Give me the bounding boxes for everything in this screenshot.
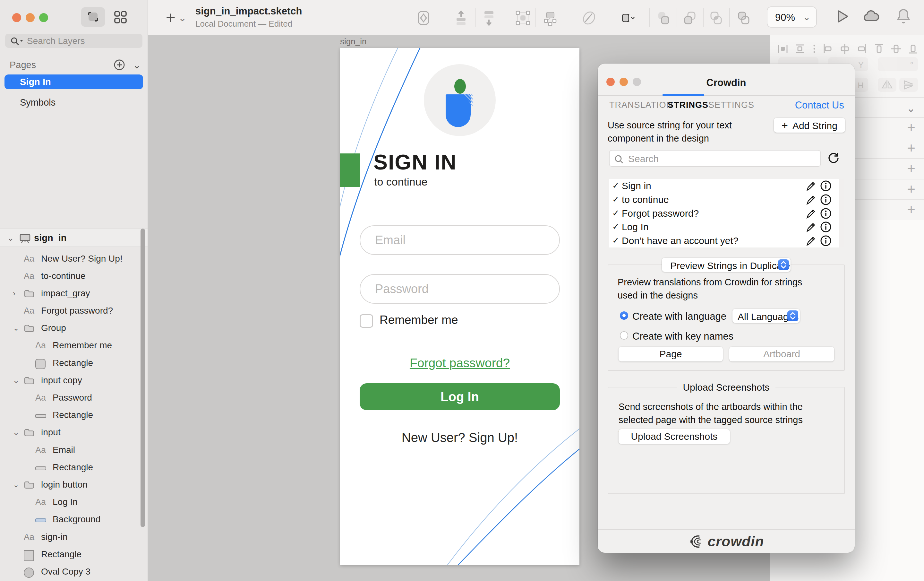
grid-view-toggle[interactable] <box>113 10 128 25</box>
create-with-language-radio[interactable] <box>620 311 628 320</box>
artboard-button[interactable]: Artboard <box>729 347 834 361</box>
search-layers-input[interactable] <box>26 34 137 48</box>
add-style-button[interactable]: + <box>903 202 919 218</box>
add-style-button[interactable]: + <box>903 140 919 156</box>
string-row[interactable]: ✓ Forgot password? <box>609 206 844 220</box>
layer-row-folder[interactable]: ⌄login button <box>0 476 141 493</box>
close-window-button[interactable] <box>12 13 21 22</box>
distribute-horizontally-icon[interactable] <box>777 42 788 55</box>
add-string-button[interactable]: +Add String <box>774 118 845 132</box>
chevron-down-icon[interactable]: ⌄ <box>13 424 19 441</box>
strings-search-field[interactable] <box>609 150 821 167</box>
sidebar-page-sign-in[interactable]: Sign In <box>5 74 143 89</box>
layer-row[interactable]: Aasign-in <box>0 528 141 546</box>
info-icon[interactable] <box>820 221 832 233</box>
align-right-icon[interactable] <box>856 42 867 55</box>
layer-row[interactable]: AaForgot password? <box>0 302 141 319</box>
align-left-icon[interactable] <box>822 42 833 55</box>
fullscreen-window-button[interactable] <box>39 13 48 22</box>
zoom-level-select[interactable]: 90% ⌄ <box>767 7 817 28</box>
ungroup-button[interactable] <box>542 10 559 26</box>
insert-plus-button[interactable]: + <box>162 6 180 29</box>
layer-row-folder[interactable]: ⌄input <box>0 424 141 441</box>
language-dropdown[interactable]: All Languages <box>733 309 800 323</box>
flip-vertical-button[interactable] <box>899 78 918 92</box>
insert-chevron-icon[interactable]: ⌄ <box>178 12 186 23</box>
boolean-union-button[interactable] <box>655 10 672 26</box>
info-icon[interactable] <box>820 194 832 205</box>
sidebar-scrollbar[interactable] <box>140 228 145 527</box>
distribute-vertically-icon[interactable] <box>794 42 805 55</box>
layer-row[interactable]: Rectangle <box>0 459 141 476</box>
align-top-icon[interactable] <box>874 42 884 55</box>
forgot-password-link[interactable]: Forgot password? <box>340 356 579 370</box>
edit-pencil-icon[interactable] <box>805 235 817 247</box>
layer-row-folder[interactable]: ›impact_gray <box>0 285 141 302</box>
layer-row[interactable]: AaEmail <box>0 441 141 459</box>
collapse-pages-button[interactable]: ⌄ <box>131 59 143 71</box>
edit-vector-button[interactable] <box>581 10 597 26</box>
group-button[interactable] <box>515 10 531 26</box>
minimize-window-button[interactable] <box>26 13 35 22</box>
string-row[interactable]: ✓ Sign in <box>609 179 844 193</box>
artboard-label[interactable]: sign_in <box>340 36 366 46</box>
edit-pencil-icon[interactable] <box>805 208 817 219</box>
string-row[interactable]: ✓ Log In <box>609 220 844 234</box>
sign-in-artboard[interactable]: SIGN IN to continue Remember me Forgot p… <box>340 48 579 565</box>
log-in-button[interactable]: Log In <box>360 383 560 410</box>
preview-strings-dropdown[interactable]: Preview Strings in Duplicate <box>662 258 790 272</box>
layer-row[interactable]: Rectangle <box>0 546 141 563</box>
info-icon[interactable] <box>820 180 832 192</box>
layer-row[interactable]: AaPassword <box>0 389 141 406</box>
contact-us-link[interactable]: Contact Us <box>795 99 844 111</box>
layer-row[interactable]: Rectangle <box>0 406 141 424</box>
layers-search-field[interactable] <box>5 34 142 48</box>
bring-forward-button[interactable] <box>453 10 469 26</box>
tab-translation[interactable]: TRANSLATION <box>609 100 673 110</box>
layer-row[interactable]: Oval Copy 3 <box>0 563 141 580</box>
canvas-view-toggle[interactable] <box>81 7 105 27</box>
page-button[interactable]: Page <box>619 347 723 361</box>
sidebar-page-symbols[interactable]: Symbols <box>5 95 143 110</box>
upload-screenshots-button[interactable]: Upload Screenshots <box>619 429 730 444</box>
flip-horizontal-button[interactable] <box>878 78 896 92</box>
add-style-button[interactable]: + <box>903 161 919 177</box>
refresh-icon[interactable] <box>827 152 840 165</box>
password-field[interactable] <box>360 274 560 304</box>
boolean-subtract-button[interactable] <box>681 10 698 26</box>
section-collapse-chevron[interactable]: ⌄ <box>904 101 917 115</box>
send-backward-button[interactable] <box>480 10 497 26</box>
layer-row[interactable]: AaRemember me <box>0 337 141 354</box>
chevron-down-icon[interactable]: ⌄ <box>13 476 19 493</box>
align-bottom-icon[interactable] <box>908 42 919 55</box>
add-style-button[interactable]: + <box>903 181 919 197</box>
info-icon[interactable] <box>820 208 832 219</box>
notifications-bell-button[interactable] <box>895 7 912 27</box>
email-field[interactable] <box>360 225 560 255</box>
tab-settings[interactable]: SETTINGS <box>708 100 754 110</box>
remember-me-checkbox[interactable] <box>360 314 373 328</box>
layer-row[interactable]: AaLog In <box>0 493 141 511</box>
strings-search-input[interactable] <box>627 152 815 166</box>
edit-pencil-icon[interactable] <box>805 180 817 192</box>
more-options-icon[interactable] <box>809 42 820 55</box>
insert-shape-tool-button[interactable] <box>415 10 432 26</box>
boolean-intersect-button[interactable] <box>708 10 724 26</box>
add-page-button[interactable] <box>113 58 126 71</box>
layer-row-folder[interactable]: ⌄input copy <box>0 372 141 389</box>
layer-row[interactable]: Background <box>0 511 141 528</box>
rotation-field[interactable]: ° <box>878 57 918 71</box>
chevron-down-icon[interactable]: ⌄ <box>13 372 19 389</box>
boolean-difference-button[interactable] <box>735 10 752 26</box>
artboard-layer-row[interactable]: ⌄ sign_in <box>0 228 148 247</box>
create-with-key-names-radio[interactable] <box>620 331 628 339</box>
add-style-button[interactable]: + <box>903 119 919 136</box>
string-row[interactable]: ✓ Don’t have an account yet? <box>609 234 844 247</box>
tab-strings[interactable]: STRINGS <box>668 100 708 110</box>
crowdin-titlebar[interactable]: Crowdin <box>598 64 855 96</box>
string-row[interactable]: ✓ to continue <box>609 193 844 206</box>
align-center-horizontal-icon[interactable] <box>839 42 850 55</box>
info-icon[interactable] <box>820 235 832 247</box>
chevron-right-icon[interactable]: › <box>13 285 15 302</box>
layer-row[interactable]: AaNew User? Sign Up! <box>0 250 141 267</box>
